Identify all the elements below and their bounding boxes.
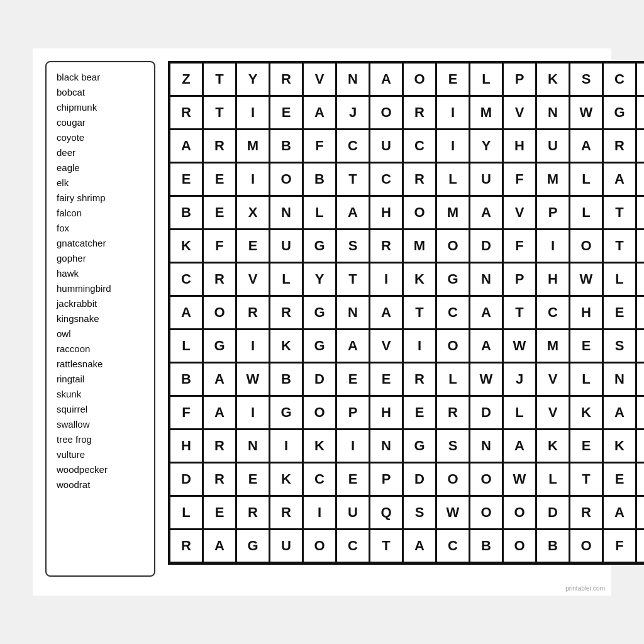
grid-cell: R (169, 96, 203, 130)
grid-cell: E (402, 396, 436, 430)
grid-cell: V (303, 62, 336, 96)
grid-cell: E (269, 96, 303, 130)
grid-row: FAIGOPHERDLVKAU (170, 396, 644, 430)
grid-cell: O (636, 196, 644, 230)
word-search-grid: ZTYRVNAOELPKSCERTIEAJORIMVNWGTARMBFCUCIY… (168, 61, 644, 565)
grid-cell: L (436, 162, 470, 196)
grid-cell: T (636, 96, 644, 130)
grid-cell: G (203, 329, 236, 363)
grid-cell: P (636, 529, 644, 563)
grid-cell: O (502, 529, 536, 563)
grid-cell: U (369, 129, 403, 163)
grid-cell: I (436, 96, 470, 130)
grid-cell: O (402, 196, 436, 230)
grid-cell: L (536, 462, 570, 496)
grid-cell: R (236, 496, 270, 530)
grid-cell: D (536, 496, 570, 530)
grid-container: ZTYRVNAOELPKSCERTIEAJORIMVNWGTARMBFCUCIY… (170, 63, 644, 563)
word-item: coyote (57, 130, 144, 145)
grid-cell: G (436, 262, 470, 296)
grid-cell: K (402, 262, 436, 296)
grid-cell: K (536, 62, 570, 96)
grid-cell: W (236, 362, 270, 396)
grid-cell: A (369, 62, 403, 96)
grid-cell: I (236, 329, 270, 363)
grid-cell: K (536, 429, 570, 463)
grid-cell: G (402, 429, 436, 463)
grid-cell: R (436, 396, 470, 430)
grid-cell: M (402, 229, 436, 263)
word-item: cougar (57, 115, 144, 130)
word-item: hawk (57, 266, 144, 281)
grid-cell: N (269, 196, 303, 230)
grid-cell: E (436, 62, 470, 96)
grid-cell: A (469, 329, 503, 363)
page: black bearbobcatchipmunkcougarcoyotedeer… (33, 48, 611, 596)
grid-cell: L (169, 329, 203, 363)
grid-cell: G (303, 329, 336, 363)
grid-cell: C (436, 529, 470, 563)
grid-cell: I (402, 329, 436, 363)
grid-cell: H (502, 129, 536, 163)
grid-cell: I (303, 496, 336, 530)
word-item: jackrabbit (57, 296, 144, 311)
word-item: bobcat (57, 85, 144, 100)
word-item: tree frog (57, 432, 144, 447)
grid-cell: C (402, 129, 436, 163)
grid-cell: E (236, 462, 270, 496)
grid-cell: N (602, 362, 636, 396)
grid-cell: L (602, 262, 636, 296)
grid-cell: E (203, 162, 236, 196)
word-item: hummingbird (57, 281, 144, 296)
word-item: black bear (57, 70, 144, 85)
grid-cell: A (203, 396, 236, 430)
grid-row: CRVLYTIKGNPHWLR (170, 263, 644, 296)
grid-cell: D (469, 229, 503, 263)
grid-cell: R (636, 262, 644, 296)
grid-cell: O (436, 329, 470, 363)
grid-cell: O (436, 229, 470, 263)
grid-row: KFEUGSRMODFIOTC (170, 230, 644, 263)
grid-cell: R (369, 229, 403, 263)
grid-cell: K (569, 396, 603, 430)
grid-cell: E (203, 196, 236, 230)
grid-cell: C (336, 129, 370, 163)
grid-cell: L (569, 196, 603, 230)
grid-row: HRNIKINGSNAKEKK (170, 430, 644, 463)
grid-cell: W (569, 262, 603, 296)
word-item: eagle (57, 160, 144, 175)
grid-cell: A (203, 362, 236, 396)
grid-cell: D (169, 462, 203, 496)
grid-cell: S (336, 229, 370, 263)
grid-cell: B (169, 196, 203, 230)
grid-cell: O (436, 462, 470, 496)
grid-cell: A (402, 529, 436, 563)
grid-row: EEIOBTCRLUFMLAY (170, 163, 644, 196)
grid-cell: E (602, 462, 636, 496)
grid-cell: E (636, 62, 644, 96)
grid-cell: R (402, 162, 436, 196)
grid-cell: K (269, 329, 303, 363)
grid-cell: R (203, 262, 236, 296)
grid-cell: U (469, 162, 503, 196)
grid-cell: A (369, 296, 403, 330)
grid-cell: K (602, 429, 636, 463)
grid-cell: P (502, 62, 536, 96)
grid-cell: I (336, 429, 370, 463)
grid-cell: W (502, 462, 536, 496)
grid-cell: T (636, 496, 644, 530)
grid-cell: C (536, 296, 570, 330)
grid-cell: A (303, 96, 336, 130)
grid-cell: C (369, 162, 403, 196)
grid-cell: E (336, 362, 370, 396)
grid-cell: V (502, 96, 536, 130)
grid-cell: C (602, 62, 636, 96)
grid-cell: V (502, 196, 536, 230)
grid-cell: T (203, 62, 236, 96)
grid-row: AORRGNATCATCHER (170, 296, 644, 330)
grid-row: RTIEAJORIMVNWGT (170, 96, 644, 130)
grid-cell: W (502, 329, 536, 363)
grid-cell: O (402, 62, 436, 96)
word-item: falcon (57, 206, 144, 221)
grid-cell: S (636, 462, 644, 496)
